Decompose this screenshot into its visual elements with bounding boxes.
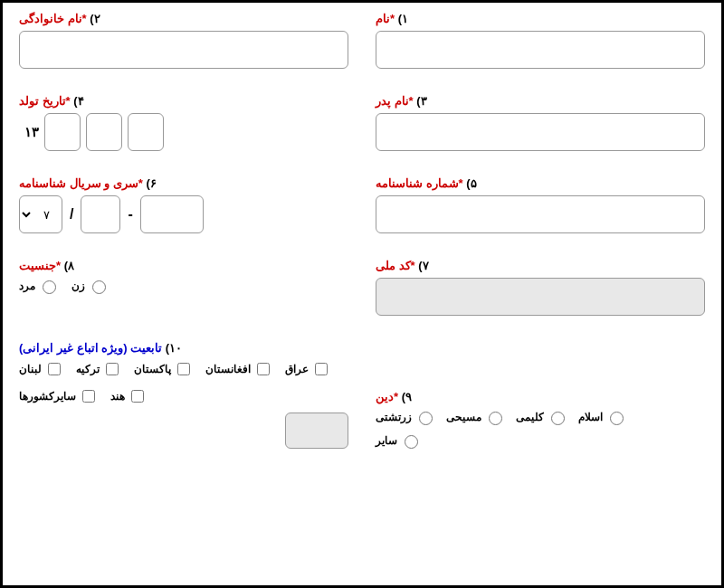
- chk-other-country-input[interactable]: [82, 390, 95, 403]
- gender-options: زن مرد: [19, 278, 348, 294]
- field-national-code: ۷) *کد ملی: [376, 259, 705, 316]
- radio-kalimi-label: کلیمی: [516, 411, 544, 423]
- select-serial-letter[interactable]: ۷: [19, 195, 62, 233]
- radio-masihi[interactable]: مسیحی: [446, 409, 505, 425]
- num-3: ۳): [416, 94, 426, 108]
- row-4: ۷) *کد ملی ۸) *جنسیت زن مرد: [19, 259, 705, 316]
- num-2: ۲): [90, 12, 100, 25]
- field-father-name: ۳) *نام پدر: [376, 94, 705, 151]
- text-8: *جنسیت: [19, 259, 61, 272]
- num-9: ۹): [402, 390, 412, 403]
- chk-iraq[interactable]: عراق: [285, 360, 330, 378]
- chk-pakistan[interactable]: پاکستان: [134, 360, 193, 378]
- label-dob: ۴) *تاریخ تولد: [19, 94, 84, 108]
- radio-masihi-input[interactable]: [489, 412, 502, 425]
- label-id-number: ۵) *شماره شناسنامه: [376, 176, 477, 190]
- radio-zartoshti-input[interactable]: [419, 412, 433, 425]
- radio-islam[interactable]: اسلام: [578, 409, 626, 425]
- chk-turkey-label: ترکیه: [76, 363, 100, 375]
- radio-male[interactable]: مرد: [19, 278, 59, 294]
- num-4: ۴): [73, 94, 83, 108]
- text-4: *تاریخ تولد: [19, 94, 71, 108]
- radio-male-input[interactable]: [43, 280, 56, 294]
- field-id-number: ۵) *شماره شناسنامه: [376, 176, 705, 233]
- radio-female[interactable]: زن: [71, 278, 109, 294]
- chk-pakistan-label: پاکستان: [134, 363, 171, 375]
- text-7: *کد ملی: [376, 259, 415, 272]
- input-nationality-other[interactable]: [285, 413, 348, 449]
- text-2: *نام خانوادگی: [19, 12, 87, 25]
- row-5: ۹) *دین اسلام کلیمی مسیحی: [19, 341, 705, 449]
- num-10: ۱۰): [166, 341, 182, 355]
- nationality-options: عراق افغانستان پاکستان ترکیه لبنان: [19, 360, 348, 405]
- text-1: *نام: [376, 12, 395, 25]
- field-first-name: ۱) *نام: [376, 12, 705, 69]
- input-serial-1[interactable]: [140, 195, 204, 233]
- input-serial-2[interactable]: [81, 195, 120, 233]
- label-father-name: ۳) *نام پدر: [376, 94, 427, 108]
- label-first-name: ۱) *نام: [376, 12, 408, 25]
- num-1: ۱): [398, 12, 408, 25]
- chk-turkey[interactable]: ترکیه: [76, 360, 121, 378]
- dob-inputs: ۱۳: [19, 113, 348, 151]
- chk-other-country-label: سایرکشورها: [19, 390, 76, 403]
- chk-iraq-label: عراق: [285, 363, 309, 375]
- input-national-code[interactable]: [376, 278, 705, 316]
- label-religion: ۹) *دین: [376, 390, 412, 403]
- label-national-code: ۷) *کد ملی: [376, 259, 429, 272]
- num-6: ۶): [147, 176, 157, 190]
- text-6: *سری و سریال شناسنامه: [19, 176, 143, 190]
- text-10: تابعیت (ویژه اتباع غیر ایرانی): [19, 341, 162, 355]
- text-9: *دین: [376, 390, 398, 403]
- field-nationality: ۱۰) تابعیت (ویژه اتباع غیر ایرانی) عراق …: [19, 341, 348, 449]
- field-id-serial: ۶) *سری و سریال شناسنامه - / ۷: [19, 176, 348, 233]
- chk-pakistan-input[interactable]: [177, 363, 190, 375]
- text-3: *نام پدر: [376, 94, 414, 108]
- radio-kalimi-input[interactable]: [551, 412, 565, 425]
- chk-turkey-input[interactable]: [106, 363, 119, 375]
- radio-masihi-label: مسیحی: [446, 411, 481, 423]
- radio-other-religion[interactable]: سایر: [376, 432, 421, 449]
- chk-iraq-input[interactable]: [315, 363, 328, 375]
- row-3: ۵) *شماره شناسنامه ۶) *سری و سریال شناسن…: [19, 176, 705, 233]
- dob-century-prefix: ۱۳: [24, 124, 39, 140]
- num-8: ۸): [64, 259, 74, 272]
- input-dob-day[interactable]: [44, 113, 81, 151]
- field-last-name: ۲) *نام خانوادگی: [19, 12, 348, 69]
- chk-india-input[interactable]: [131, 390, 144, 403]
- label-nationality: ۱۰) تابعیت (ویژه اتباع غیر ایرانی): [19, 341, 182, 355]
- chk-afghanistan[interactable]: افغانستان: [205, 360, 272, 378]
- input-first-name[interactable]: [376, 31, 705, 69]
- num-5: ۵): [466, 176, 476, 190]
- radio-kalimi[interactable]: کلیمی: [516, 409, 567, 425]
- religion-options: اسلام کلیمی مسیحی زرتشتی: [376, 409, 705, 449]
- chk-lebanon[interactable]: لبنان: [19, 360, 63, 378]
- input-father-name[interactable]: [376, 113, 705, 151]
- radio-zartoshti-label: زرتشتی: [376, 411, 412, 423]
- text-5: *شماره شناسنامه: [376, 176, 463, 190]
- field-religion: ۹) *دین اسلام کلیمی مسیحی: [376, 390, 705, 449]
- input-id-number[interactable]: [376, 195, 705, 233]
- input-dob-month[interactable]: [86, 113, 122, 151]
- radio-islam-input[interactable]: [610, 412, 624, 425]
- label-last-name: ۲) *نام خانوادگی: [19, 12, 100, 25]
- serial-inputs: - / ۷: [19, 195, 348, 233]
- row-1: ۱) *نام ۲) *نام خانوادگی: [19, 12, 705, 69]
- radio-female-label: زن: [71, 280, 85, 292]
- input-last-name[interactable]: [19, 31, 348, 69]
- chk-india[interactable]: هند: [110, 387, 147, 405]
- chk-afghanistan-label: افغانستان: [205, 363, 251, 375]
- label-id-serial: ۶) *سری و سریال شناسنامه: [19, 176, 157, 190]
- chk-lebanon-input[interactable]: [48, 363, 61, 375]
- radio-female-input[interactable]: [92, 280, 106, 294]
- chk-other-country[interactable]: سایرکشورها: [19, 387, 98, 405]
- field-gender: ۸) *جنسیت زن مرد: [19, 259, 348, 294]
- serial-sep-slash: /: [70, 206, 73, 223]
- serial-sep-dash: -: [128, 206, 132, 223]
- chk-afghanistan-input[interactable]: [257, 363, 270, 375]
- radio-other-religion-input[interactable]: [405, 435, 418, 449]
- radio-zartoshti[interactable]: زرتشتی: [376, 409, 435, 425]
- radio-other-religion-label: سایر: [376, 434, 397, 447]
- registration-form: ۱) *نام ۲) *نام خانوادگی ۳) *نام پدر ۴) …: [0, 0, 724, 588]
- input-dob-year[interactable]: [128, 113, 164, 151]
